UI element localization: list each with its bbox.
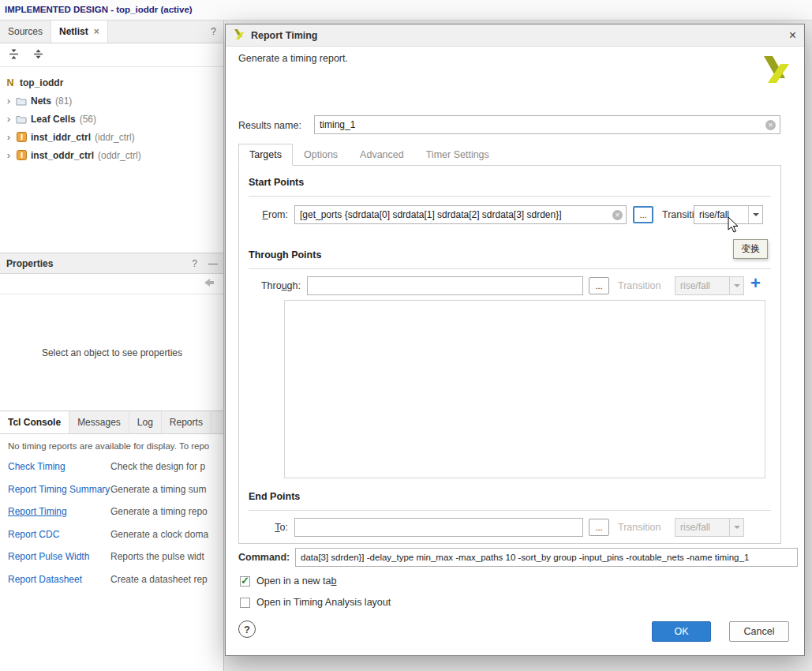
expand-chevron-icon[interactable]: [3, 131, 14, 143]
expand-chevron-icon[interactable]: [3, 149, 14, 161]
add-through-point-button[interactable]: +: [750, 275, 761, 292]
open-in-new-tab-label: Open in a new tab: [256, 575, 336, 587]
tab-log[interactable]: Log: [129, 411, 162, 433]
from-input[interactable]: [294, 205, 627, 224]
through-label-pre: Thro: [261, 280, 282, 291]
tree-item-count: (56): [80, 114, 96, 125]
tab-label: Messages: [77, 417, 121, 428]
report-timing-link[interactable]: Report Timing: [8, 506, 67, 517]
ok-button[interactable]: OK: [652, 621, 711, 642]
tab-label: Reports: [170, 417, 203, 428]
properties-empty-text: Select an object to see properties: [0, 347, 224, 358]
transition-select-disabled: rise/fall: [675, 518, 744, 537]
tree-item-count: (oddr_ctrl): [98, 150, 141, 161]
checkbox-unchecked-icon[interactable]: [240, 598, 250, 608]
open-in-new-tab-option[interactable]: Open in a new tab: [240, 575, 336, 587]
tree-item-top-ioddr[interactable]: N top_ioddr: [0, 73, 224, 92]
help-button[interactable]: ?: [238, 620, 256, 638]
tab-reports[interactable]: Reports: [162, 411, 211, 433]
report-desc: Generate a timing sum: [110, 484, 206, 495]
netlist-toolbar: [0, 43, 224, 67]
tab-sources[interactable]: Sources: [0, 21, 51, 43]
from-label-rest: rom:: [268, 209, 288, 220]
section-divider: [249, 268, 771, 269]
report-pulse-width-link[interactable]: Report Pulse Width: [8, 551, 89, 562]
tab-timer-settings[interactable]: Timer Settings: [415, 144, 500, 166]
clear-icon[interactable]: [612, 210, 623, 220]
tree-item-nets[interactable]: Nets (81): [0, 92, 224, 110]
tree-item-inst-oddr-ctrl[interactable]: inst_oddr_ctrl (oddr_ctrl): [0, 146, 224, 164]
context-bar: IMPLEMENTED DESIGN - top_ioddr (active): [0, 0, 812, 21]
tree-item-leaf-cells[interactable]: Leaf Cells (56): [0, 110, 224, 128]
transition-label: Transition: [618, 522, 660, 533]
clear-icon[interactable]: [765, 120, 776, 130]
section-divider: [249, 510, 771, 511]
panel-help-icon[interactable]: ?: [192, 258, 197, 269]
report-timing-summary-link[interactable]: Report Timing Summary: [8, 484, 110, 495]
expand-chevron-icon[interactable]: [3, 95, 14, 107]
report-datasheet-link[interactable]: Report Datasheet: [8, 574, 82, 585]
properties-panel: Properties ? — Select an object to see p…: [0, 253, 224, 410]
close-icon[interactable]: ×: [789, 29, 796, 42]
expand-chevron-icon[interactable]: [3, 113, 14, 125]
tree-item-inst-iddr-ctrl[interactable]: inst_iddr_ctrl (iddr_ctrl): [0, 128, 224, 146]
start-points-heading: Start Points: [249, 177, 304, 188]
netlist-panel: Sources Netlist × ? N top_ioddr: [0, 21, 224, 253]
tab-targets[interactable]: Targets: [238, 144, 293, 166]
instance-icon: [14, 132, 28, 142]
command-input[interactable]: [295, 548, 798, 567]
back-arrow-icon[interactable]: [204, 278, 215, 290]
report-cdc-link[interactable]: Report CDC: [8, 529, 59, 540]
report-desc: Create a datasheet rep: [110, 574, 208, 585]
results-name-label: Results name:: [238, 120, 301, 131]
dialog-tab-bar: Targets Options Advanced Timer Settings: [238, 144, 500, 166]
properties-header: Properties ? —: [0, 253, 224, 274]
tab-advanced[interactable]: Advanced: [349, 144, 415, 166]
through-input[interactable]: [307, 276, 583, 295]
report-row: Report Timing Summary Generate a timing …: [0, 479, 224, 502]
instance-icon: [14, 150, 28, 160]
close-icon[interactable]: ×: [94, 26, 99, 37]
tab-options[interactable]: Options: [293, 144, 349, 166]
tree-item-label: Nets: [31, 96, 51, 107]
cancel-button[interactable]: Cancel: [729, 621, 789, 642]
tab-tcl-console[interactable]: Tcl Console: [0, 411, 69, 433]
sources-tab-bar: Sources Netlist × ?: [0, 21, 224, 43]
netlist-tree: N top_ioddr Nets (81) Leaf Cells (56): [0, 67, 224, 164]
collapse-all-icon[interactable]: [8, 48, 20, 62]
checkbox-checked-icon[interactable]: [240, 576, 250, 587]
through-browse-button[interactable]: ...: [589, 277, 609, 294]
tree-item-label: Leaf Cells: [31, 114, 76, 125]
report-row: Report Timing Generate a timing repo: [0, 501, 224, 524]
folder-icon: [14, 114, 28, 124]
folder-icon: [14, 96, 28, 106]
tab-netlist-label: Netlist: [59, 26, 88, 37]
report-desc: Check the design for p: [110, 461, 205, 472]
tab-netlist[interactable]: Netlist ×: [51, 21, 108, 43]
to-input[interactable]: [294, 518, 583, 537]
expand-all-icon[interactable]: [32, 48, 44, 62]
tree-item-count: (iddr_ctrl): [95, 132, 135, 143]
tree-item-label: inst_oddr_ctrl: [31, 150, 94, 161]
dialog-title-bar[interactable]: Report Timing ×: [226, 24, 804, 47]
panel-help-icon[interactable]: ?: [203, 21, 224, 43]
tree-item-label: top_ioddr: [20, 77, 63, 88]
check-timing-link[interactable]: Check Timing: [8, 461, 65, 472]
netlist-icon: N: [3, 77, 17, 88]
tab-messages[interactable]: Messages: [69, 411, 129, 433]
transition-value: rise/fall: [675, 522, 729, 533]
panel-float-icon[interactable]: —: [208, 258, 218, 269]
open-tab-label-pre: Open in a new ta: [256, 575, 331, 587]
through-points-list[interactable]: [284, 300, 765, 478]
chevron-down-icon: [729, 519, 743, 536]
from-browse-button[interactable]: ...: [633, 206, 653, 223]
transition-label: Transition: [618, 280, 660, 291]
to-browse-button[interactable]: ...: [589, 519, 609, 536]
vivado-logo: [761, 56, 791, 85]
open-in-timing-layout-option[interactable]: Open in Timing Analysis layout: [240, 597, 391, 608]
end-points-heading: End Points: [249, 491, 300, 502]
from-label: From:: [245, 209, 288, 220]
results-name-input[interactable]: [314, 115, 780, 134]
section-divider: [249, 196, 771, 197]
properties-title: Properties: [6, 258, 53, 269]
